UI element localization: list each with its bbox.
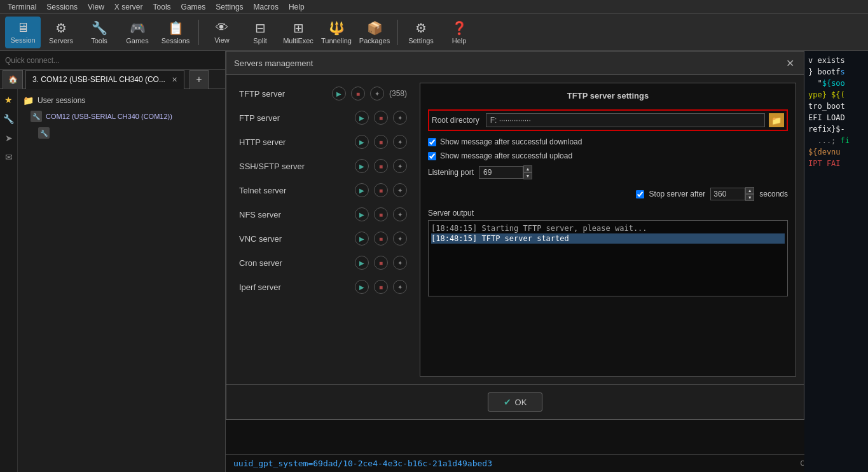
toolbar-multiexec[interactable]: ⊞ MultiExec: [280, 17, 316, 48]
port-up-button[interactable]: ▲: [523, 165, 532, 172]
tftp-play-button[interactable]: ▶: [332, 87, 346, 101]
ssh-stop-button[interactable]: ■: [374, 159, 388, 173]
server-row-iperf[interactable]: Iperf server ▶ ■ ✦: [234, 276, 412, 298]
vnc-stop-button[interactable]: ■: [374, 232, 388, 246]
http-play-button[interactable]: ▶: [355, 135, 369, 149]
active-session-tab[interactable]: 3. COM12 (USB-SERIAL CH340 (CO... ✕: [25, 70, 184, 89]
ftp-stop-button[interactable]: ■: [374, 111, 388, 125]
http-stop-button[interactable]: ■: [374, 135, 388, 149]
toolbar-help[interactable]: ❓ Help: [441, 17, 477, 48]
sidebar-wrench-icon[interactable]: 🔧: [2, 112, 16, 126]
games-icon: 🎮: [130, 20, 146, 36]
stop-up-button[interactable]: ▲: [745, 187, 754, 194]
menu-terminal[interactable]: Terminal: [3, 1, 41, 13]
telnet-play-button[interactable]: ▶: [355, 183, 369, 197]
tftp-server-label: TFTP server: [239, 89, 327, 99]
toolbar-games[interactable]: 🎮 Games: [120, 17, 155, 48]
menu-help[interactable]: Help: [284, 1, 310, 13]
menu-games[interactable]: Games: [176, 1, 211, 13]
menu-xserver[interactable]: X server: [109, 1, 148, 13]
toolbar: 🖥 Session ⚙ Servers 🔧 Tools 🎮 Games 📋 Se…: [0, 14, 868, 51]
sidebar-arrow-icon[interactable]: ➤: [2, 131, 16, 145]
output-label: Server output: [428, 209, 788, 218]
sidebar-item-wrench1[interactable]: 🔧: [31, 111, 42, 122]
new-tab-button[interactable]: +: [189, 70, 209, 89]
sidebar-item-com12[interactable]: 🔧 COM12 (USB-SERIAL CH340 (COM12)): [18, 108, 225, 125]
stop-down-button[interactable]: ▼: [745, 194, 754, 201]
settings-icon: ⚙: [415, 20, 427, 36]
tftp-settings-button[interactable]: ✦: [370, 87, 384, 101]
port-down-button[interactable]: ▼: [523, 172, 532, 179]
nfs-stop-button[interactable]: ■: [374, 207, 388, 221]
toolbar-sessions[interactable]: 📋 Sessions: [158, 17, 193, 48]
upload-checkbox[interactable]: [428, 152, 436, 160]
stop-server-input[interactable]: [710, 188, 745, 200]
menu-settings[interactable]: Settings: [210, 1, 248, 13]
sidebar-item-sub[interactable]: 🔧: [18, 125, 225, 141]
toolbar-packages[interactable]: 📦 Packages: [357, 17, 392, 48]
server-row-telnet[interactable]: Telnet server ▶ ■ ✦: [234, 179, 412, 201]
quick-connect-input[interactable]: [0, 51, 225, 69]
ssh-play-button[interactable]: ▶: [355, 159, 369, 173]
nfs-play-button[interactable]: ▶: [355, 207, 369, 221]
server-row-http[interactable]: HTTP server ▶ ■ ✦: [234, 131, 412, 153]
telnet-stop-button[interactable]: ■: [374, 183, 388, 197]
ftp-play-button[interactable]: ▶: [355, 111, 369, 125]
quick-connect-bar: [0, 51, 225, 70]
vnc-play-button[interactable]: ▶: [355, 232, 369, 246]
menu-tools[interactable]: Tools: [148, 1, 176, 13]
ftp-server-label: FTP server: [239, 113, 350, 123]
sidebar-com12-label: COM12 (USB-SERIAL CH340 (COM12)): [46, 113, 217, 120]
stop-server-arrows: ▲ ▼: [745, 187, 754, 201]
menu-sessions[interactable]: Sessions: [41, 1, 83, 13]
server-output-section: Server output [18:48:15] Starting TFTP s…: [428, 209, 788, 296]
dialog-footer: ✔ OK: [226, 384, 804, 419]
dialog-close-button[interactable]: ✕: [783, 57, 796, 69]
ok-button[interactable]: ✔ OK: [488, 392, 543, 412]
server-row-cron[interactable]: Cron server ▶ ■ ✦: [234, 252, 412, 274]
sidebar-sub-wrench[interactable]: 🔧: [38, 127, 50, 139]
ftp-settings-button[interactable]: ✦: [393, 111, 407, 125]
iperf-play-button[interactable]: ▶: [355, 280, 369, 294]
toolbar-tunneling[interactable]: 🔱 Tunneling: [319, 17, 354, 48]
server-row-vnc[interactable]: VNC server ▶ ■ ✦: [234, 228, 412, 249]
tab-close-button[interactable]: ✕: [172, 76, 177, 84]
tftp-stop-button[interactable]: ■: [351, 87, 365, 101]
toolbar-settings[interactable]: ⚙ Settings: [403, 17, 439, 48]
root-dir-input[interactable]: [486, 113, 765, 127]
toolbar-view[interactable]: 👁 View: [204, 17, 240, 48]
telnet-settings-button[interactable]: ✦: [393, 183, 407, 197]
help-icon: ❓: [451, 20, 467, 36]
port-spinner-arrows: ▲ ▼: [523, 165, 532, 179]
home-tab[interactable]: 🏠: [3, 70, 23, 89]
ssh-settings-button[interactable]: ✦: [393, 159, 407, 173]
toolbar-help-label: Help: [452, 37, 467, 45]
stop-server-checkbox[interactable]: [636, 190, 644, 198]
vnc-settings-button[interactable]: ✦: [393, 232, 407, 246]
listening-port-label: Listening port: [428, 168, 474, 177]
server-row-nfs[interactable]: NFS server ▶ ■ ✦: [234, 204, 412, 225]
cron-settings-button[interactable]: ✦: [393, 256, 407, 270]
server-row-ftp[interactable]: FTP server ▶ ■ ✦: [234, 107, 412, 128]
toolbar-games-label: Games: [126, 37, 148, 45]
toolbar-session[interactable]: 🖥 Session: [5, 17, 41, 48]
toolbar-split[interactable]: ⊟ Split: [242, 17, 278, 48]
menu-macros[interactable]: Macros: [249, 1, 284, 13]
iperf-settings-button[interactable]: ✦: [393, 280, 407, 294]
folder-browse-button[interactable]: 📁: [769, 113, 784, 127]
server-row-ssh[interactable]: SSH/SFTP server ▶ ■ ✦: [234, 155, 412, 177]
sidebar-star-icon[interactable]: ★: [2, 93, 16, 107]
iperf-stop-button[interactable]: ■: [374, 280, 388, 294]
cron-play-button[interactable]: ▶: [355, 256, 369, 270]
toolbar-servers[interactable]: ⚙ Servers: [43, 17, 79, 48]
nfs-settings-button[interactable]: ✦: [393, 207, 407, 221]
download-checkbox[interactable]: [428, 138, 436, 146]
menu-view[interactable]: View: [83, 1, 109, 13]
checkbox-download: Show message after successful download: [428, 137, 788, 146]
toolbar-tools[interactable]: 🔧 Tools: [81, 17, 117, 48]
cron-stop-button[interactable]: ■: [374, 256, 388, 270]
port-input[interactable]: [479, 166, 523, 179]
http-settings-button[interactable]: ✦: [393, 135, 407, 149]
sidebar-send-icon[interactable]: ✉: [2, 150, 16, 164]
server-row-tftp[interactable]: TFTP server ▶ ■ ✦ (358): [234, 83, 412, 104]
